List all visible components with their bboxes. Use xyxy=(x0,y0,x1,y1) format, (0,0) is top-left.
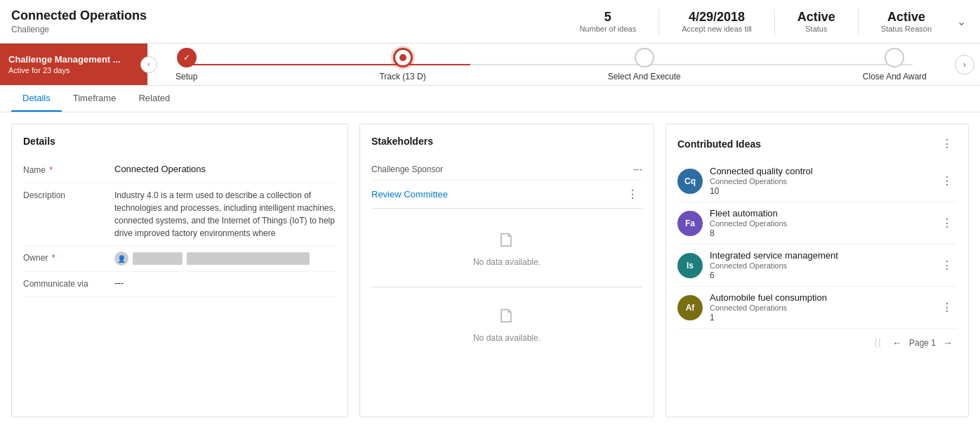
header: Connected Operations Challenge 5 Number … xyxy=(0,0,980,44)
date-label: Accept new ideas till xyxy=(682,25,752,33)
idea-row-fa: Fa Fleet automation Connected Operations… xyxy=(677,202,957,245)
idea-title-cq: Connected quality control xyxy=(710,166,930,176)
owner-row: 👤 FirstName LastName xyxy=(114,252,336,266)
banner-prev-button[interactable]: ‹ xyxy=(140,56,157,73)
step-track[interactable]: Track (13 D) xyxy=(379,48,425,82)
communicate-label: Communicate via xyxy=(23,278,114,289)
contributed-ideas-panel: Contributed Ideas ⋮ Cq Connected quality… xyxy=(666,124,969,417)
communicate-value: --- xyxy=(114,278,336,288)
review-committee-label: Review Committee xyxy=(371,189,448,200)
idea-count-af: 1 xyxy=(710,313,930,322)
challenge-banner: Challenge Management ... Active for 23 d… xyxy=(0,44,147,85)
step-setup-label: Setup xyxy=(176,72,197,82)
no-data-label-2: No data available. xyxy=(473,333,541,343)
idea-avatar-fa: Fa xyxy=(677,211,703,236)
idea-subtitle-is: Connected Operations xyxy=(710,261,930,270)
idea-fa-more-button[interactable]: ⋮ xyxy=(937,215,957,231)
idea-title-fa: Fleet automation xyxy=(710,208,930,219)
communicate-field-row: Communicate via --- xyxy=(23,272,336,297)
review-committee-no-data: 🗋 No data available. xyxy=(371,214,642,281)
idea-title-is: Integrated service management xyxy=(710,250,930,261)
stakeholders-panel-title: Stakeholders xyxy=(371,136,642,147)
tab-timeframe[interactable]: Timeframe xyxy=(62,86,128,112)
idea-info-fa: Fleet automation Connected Operations 8 xyxy=(710,208,930,238)
stat-status: Active Status xyxy=(797,10,835,33)
step-close-circle xyxy=(885,48,904,67)
banner-title: Challenge Management ... xyxy=(8,54,139,65)
status-label: Status xyxy=(797,25,835,33)
divider-2 xyxy=(774,9,775,34)
stat-ideas: 5 Number of ideas xyxy=(579,10,636,33)
step-select-circle xyxy=(635,48,654,67)
idea-row-cq: Cq Connected quality control Connected O… xyxy=(677,160,957,202)
step-setup-circle: ✓ xyxy=(177,48,197,67)
status-reason-label: Status Reason xyxy=(881,25,932,33)
pagination: ⟨⟨ ← Page 1 → xyxy=(677,329,957,351)
name-label: Name * xyxy=(23,164,114,175)
tab-details[interactable]: Details xyxy=(11,86,62,112)
step-track-circle xyxy=(393,48,413,67)
progress-section: Challenge Management ... Active for 23 d… xyxy=(0,44,980,86)
review-committee-more-button[interactable]: ⋮ xyxy=(623,186,642,202)
review-committee-header: Review Committee ⋮ xyxy=(371,181,642,209)
pagination-prev-button[interactable]: ← xyxy=(888,334,906,351)
divider-1 xyxy=(658,9,659,34)
pagination-first-button[interactable]: ⟨⟨ xyxy=(870,334,885,351)
no-data-label: No data available. xyxy=(473,257,541,267)
idea-count-is: 6 xyxy=(710,271,930,280)
pagination-next-button[interactable]: → xyxy=(939,334,957,351)
banner-subtitle: Active for 23 days xyxy=(8,66,139,74)
description-label: Description xyxy=(23,189,114,200)
owner-label: Owner * xyxy=(23,252,114,263)
idea-info-is: Integrated service management Connected … xyxy=(710,250,930,280)
app-title: Connected Operations xyxy=(11,8,579,23)
owner-required-star: * xyxy=(52,253,55,263)
divider-3 xyxy=(858,9,859,34)
no-data-doc-icon-2: 🗋 xyxy=(497,304,517,327)
owner-avatar-icon: 👤 xyxy=(114,252,128,266)
ideas-value: 5 xyxy=(579,10,636,25)
name-value: Connected Operations xyxy=(114,164,336,174)
steps-wrapper: ✓ Setup Track (13 D) Select And Execute … xyxy=(176,48,927,82)
banner-next-button[interactable]: › xyxy=(955,55,974,74)
idea-row-af: Af Automobile fuel consumption Connected… xyxy=(677,287,957,329)
step-select[interactable]: Select And Execute xyxy=(608,48,681,82)
step-close[interactable]: Close And Award xyxy=(863,48,927,82)
idea-af-more-button[interactable]: ⋮ xyxy=(937,299,957,315)
pagination-page-label: Page 1 xyxy=(909,338,936,348)
sponsor-row: Challenge Sponsor --- xyxy=(371,158,642,181)
header-expand-button[interactable]: ⌄ xyxy=(954,12,969,31)
owner-field-row: Owner * 👤 FirstName LastName xyxy=(23,246,336,272)
no-data-doc-icon: 🗋 xyxy=(497,228,517,252)
status-reason-value: Active xyxy=(881,10,932,25)
idea-row-is: Is Integrated service management Connect… xyxy=(677,245,957,287)
idea-avatar-cq: Cq xyxy=(677,169,703,194)
details-panel: Details Name * Connected Operations Desc… xyxy=(11,124,348,417)
step-setup[interactable]: ✓ Setup xyxy=(176,48,197,82)
sponsor-label: Challenge Sponsor xyxy=(371,164,443,174)
idea-cq-more-button[interactable]: ⋮ xyxy=(937,173,957,189)
idea-is-more-button[interactable]: ⋮ xyxy=(937,257,957,273)
idea-avatar-is: Is xyxy=(677,253,703,278)
step-select-label: Select And Execute xyxy=(608,72,681,82)
date-value: 4/29/2018 xyxy=(682,10,752,25)
idea-avatar-af: Af xyxy=(677,295,703,320)
idea-count-cq: 10 xyxy=(710,186,930,196)
ideas-panel-title: Contributed Ideas xyxy=(677,138,761,150)
ideas-label: Number of ideas xyxy=(579,25,636,33)
stakeholders-panel: Stakeholders Challenge Sponsor --- Revie… xyxy=(359,124,654,417)
idea-info-af: Automobile fuel consumption Connected Op… xyxy=(710,292,930,322)
step-track-label: Track (13 D) xyxy=(379,72,425,82)
stat-status-reason: Active Status Reason xyxy=(881,10,932,33)
step-close-label: Close And Award xyxy=(863,72,927,82)
main-content: Details Name * Connected Operations Desc… xyxy=(0,112,980,429)
idea-title-af: Automobile fuel consumption xyxy=(710,292,930,303)
ideas-panel-more-button[interactable]: ⋮ xyxy=(937,136,957,152)
owner-lastname-blurred: LastName xyxy=(187,252,310,265)
header-stats: 5 Number of ideas 4/29/2018 Accept new i… xyxy=(579,9,969,34)
idea-count-fa: 8 xyxy=(710,228,930,238)
tab-related[interactable]: Related xyxy=(127,86,181,112)
description-value: Industry 4.0 is a term used to describe … xyxy=(114,189,336,240)
idea-subtitle-af: Connected Operations xyxy=(710,304,930,312)
stat-date: 4/29/2018 Accept new ideas till xyxy=(682,10,752,33)
